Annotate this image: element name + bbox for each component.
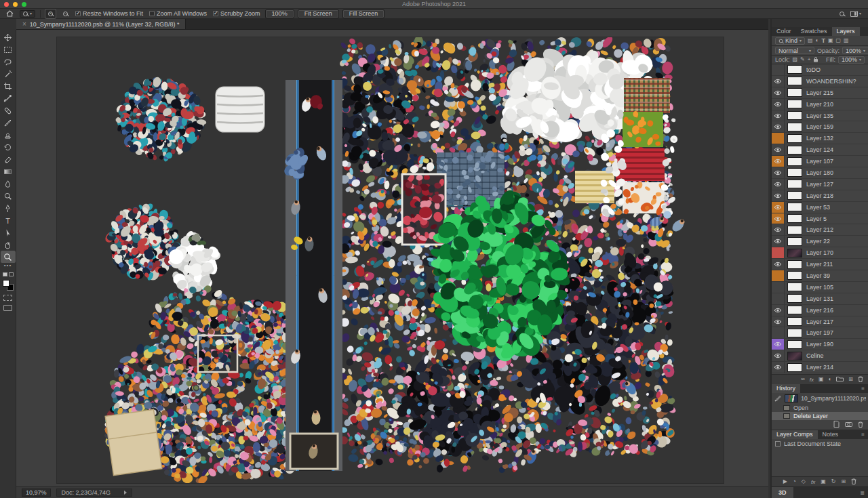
eyedropper-tool[interactable] (1, 92, 16, 104)
panel-tab[interactable]: Layer Comps (772, 430, 818, 439)
zoom-out-icon[interactable]: − (60, 9, 71, 18)
lock-pixels-icon[interactable]: ✎ (800, 57, 805, 62)
tab-3d[interactable]: 3D (772, 487, 793, 498)
layer-row[interactable]: Layer 214 (772, 362, 868, 373)
options-button[interactable]: 100% (265, 9, 294, 18)
layer-thumbnail[interactable] (787, 168, 802, 177)
healing-brush-tool[interactable] (1, 104, 16, 117)
delete-layer-icon[interactable] (858, 376, 863, 383)
document-info-field[interactable]: Doc: 2,23G/4,74G (56, 489, 133, 497)
filter-adjustment-layers-icon[interactable]: ◐ (816, 38, 819, 43)
layer-visibility-cell[interactable] (772, 133, 785, 144)
delete-state-icon[interactable] (858, 421, 863, 429)
layer-row[interactable]: Layer 22 (772, 236, 868, 247)
new-snapshot-icon[interactable] (845, 421, 852, 428)
filter-shape-layers-icon[interactable]: ▣ (828, 38, 833, 43)
edit-toolbar-icon[interactable]: ••• (4, 263, 12, 271)
layer-visibility-cell[interactable] (772, 339, 785, 350)
layer-row[interactable]: Layer 39 (772, 270, 868, 282)
layer-visibility-cell[interactable] (772, 87, 785, 98)
update-comp-icon[interactable]: ↻ (831, 479, 836, 484)
layer-thumbnail[interactable] (787, 283, 802, 291)
layer-row[interactable]: Layer 212 (772, 224, 868, 236)
move-tool[interactable] (1, 31, 16, 43)
checkbox-icon[interactable] (75, 11, 81, 16)
layer-row[interactable]: Layer 132 (772, 133, 868, 144)
apply-comp-icon[interactable]: ▶ (783, 479, 787, 484)
document-tab[interactable]: × 10_Sympany11112020.psb @ 11% (Layer 32… (16, 19, 186, 29)
opacity-dropdown[interactable]: 100%▾ (842, 47, 868, 54)
filter-pixel-layers-icon[interactable]: ▤ (808, 38, 813, 43)
layer-visibility-cell[interactable] (772, 270, 785, 281)
brush-tool[interactable] (1, 117, 16, 129)
layer-visibility-cell[interactable] (772, 282, 785, 293)
layer-visibility-cell[interactable] (772, 99, 785, 110)
layer-row[interactable]: Layer 127 (772, 179, 868, 190)
add-mask-icon[interactable]: ▣ (818, 377, 824, 382)
tab-history[interactable]: History (772, 384, 800, 393)
layer-row[interactable]: Layer 180 (772, 167, 868, 179)
layer-thumbnail[interactable] (787, 271, 802, 280)
comp-position-icon[interactable]: ◇ (802, 479, 806, 484)
path-selection-tool[interactable] (1, 226, 16, 238)
new-group-icon[interactable] (836, 376, 844, 383)
layer-row[interactable]: Layer 105 (772, 282, 868, 293)
layer-visibility-cell[interactable] (772, 167, 785, 178)
layer-visibility-cell[interactable] (772, 156, 785, 167)
blend-mode-dropdown[interactable]: Normal▾ (775, 47, 814, 54)
layer-thumbnail[interactable] (787, 123, 802, 131)
history-brush-tool[interactable] (1, 141, 16, 153)
zoom-window-button[interactable] (22, 2, 26, 7)
snapshot-thumbnail[interactable] (785, 394, 798, 402)
options-checkbox[interactable]: Resize Windows to Fit (75, 10, 143, 17)
history-step[interactable]: Open (772, 404, 868, 412)
layer-row[interactable]: Layer 5 (772, 213, 868, 225)
layer-style-icon[interactable]: fx (810, 377, 814, 383)
layer-row[interactable]: Layer 217 (772, 316, 868, 328)
home-icon[interactable] (5, 9, 15, 18)
layer-visibility-cell[interactable] (772, 213, 785, 224)
link-layers-icon[interactable]: ∞ (801, 377, 805, 382)
delete-comp-icon[interactable] (851, 478, 856, 486)
panel-menu-icon[interactable]: ≣ (860, 489, 868, 497)
options-checkbox[interactable]: Zoom All Windows (149, 10, 207, 17)
panel-tab[interactable]: Layers (832, 27, 860, 36)
eraser-tool[interactable] (1, 153, 16, 165)
new-document-from-state-icon[interactable] (833, 421, 840, 429)
layer-row[interactable]: Layer 135 (772, 110, 868, 122)
dodge-tool[interactable] (1, 190, 16, 202)
layer-row[interactable]: Layer 159 (772, 121, 868, 133)
panel-tab[interactable]: Notes (818, 430, 844, 439)
zoom-in-icon[interactable]: + (45, 9, 56, 18)
clothing-sorting-aerial-photo[interactable] (57, 37, 724, 483)
layer-thumbnail[interactable] (787, 77, 802, 85)
search-icon[interactable] (840, 12, 844, 16)
layer-row[interactable]: toDO (772, 64, 868, 76)
history-brush-source-icon[interactable] (774, 395, 782, 402)
layer-visibility-cell[interactable] (772, 110, 785, 121)
layer-visibility-cell[interactable] (772, 64, 785, 75)
layer-thumbnail[interactable] (787, 146, 802, 154)
layer-thumbnail[interactable] (787, 352, 802, 360)
panel-tab[interactable]: Color (772, 27, 796, 36)
layer-row[interactable]: Layer 170 (772, 247, 868, 259)
lasso-tool[interactable] (1, 56, 16, 68)
comp-smart-filter-icon[interactable]: ▣ (821, 479, 826, 484)
foreground-color-swatch[interactable] (3, 280, 9, 287)
document-canvas[interactable] (57, 37, 724, 483)
fill-dropdown[interactable]: 100%▾ (838, 56, 865, 64)
pen-tool[interactable] (1, 202, 16, 214)
comp-appearance-icon[interactable]: fx (811, 479, 815, 485)
layer-row[interactable]: Layer 197 (772, 327, 868, 339)
layer-thumbnail[interactable] (787, 317, 802, 326)
layer-visibility-cell[interactable] (772, 362, 785, 373)
layer-visibility-cell[interactable] (772, 293, 785, 304)
layer-row[interactable]: Layer 216 (772, 305, 868, 316)
panel-tab[interactable]: Swatches (796, 27, 832, 36)
layer-visibility-cell[interactable] (772, 76, 785, 87)
zoom-tool[interactable] (1, 251, 16, 263)
options-checkbox[interactable]: Scrubby Zoom (213, 10, 260, 17)
magic-wand-tool[interactable] (1, 68, 16, 80)
layer-row[interactable]: WOANDERSHIN? (772, 76, 868, 87)
mask-mode-icons[interactable] (3, 271, 14, 278)
